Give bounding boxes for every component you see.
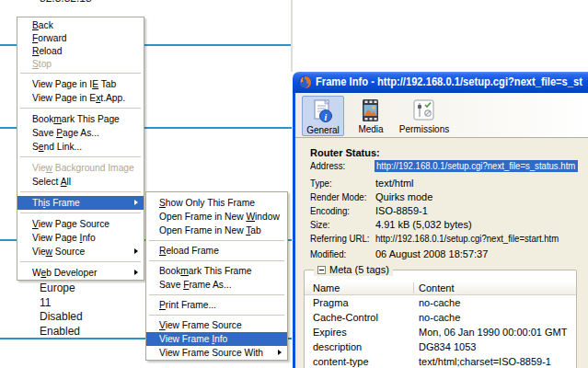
menu-item-view-page-in-ie-tab[interactable]: View Page in IE Tab [17,77,144,91]
menu-item-view-frame-source-with[interactable]: View Frame Source With [146,346,287,360]
menu-item-back[interactable]: Back [17,18,144,31]
field-value: 06 August 2008 18:57:37 [375,248,488,259]
firefox-icon [298,75,312,89]
address-url: http://192.168.0.1/setup.cgi?next_file=s… [376,160,575,171]
window-toolbar: i General [295,93,588,138]
toolbar-button-media[interactable]: Media [351,96,391,136]
menu-item-open-frame-in-new-window[interactable]: Open Frame in New Window [146,210,287,224]
page-ip-text: 82.3.82.18 [40,0,92,5]
meta-content: DG834 1053 [419,341,476,352]
meta-row-expires[interactable]: Expires Mon, 06 Jan 1990 00:00:01 GMT [305,325,576,339]
menu-item-save-page-as[interactable]: Save Page As... [17,126,144,140]
menu-separator [17,189,144,196]
meta-row-content-type[interactable]: content-type text/html;charset=ISO-8859-… [305,354,576,368]
field-label: Encoding: [310,205,350,216]
meta-groupbox: Meta (5 tags) Name Content Pragma no-cac… [304,270,577,368]
menu-separator [17,210,144,217]
column-divider [413,282,414,293]
menu-item-this-frame[interactable]: This Frame [17,196,144,210]
field-value: text/html [375,178,414,189]
context-menu: Back Forward Reload Stop View Page in IE… [17,17,144,281]
window-title: Frame Info - http://192.168.0.1/setup.cg… [316,72,582,93]
menu-item-reload[interactable]: Reload [17,44,144,57]
toolbar-button-permissions[interactable]: Permissions [395,96,454,136]
menu-item-view-page-source[interactable]: View Page Source [17,217,144,231]
meta-legend[interactable]: Meta (5 tags) [314,264,393,276]
frame-info-window: Frame Info - http://192.168.0.1/setup.cg… [293,72,588,368]
menu-item-select-all[interactable]: Select All [17,175,144,189]
meta-row-description[interactable]: description DG834 1053 [305,339,576,354]
meta-name: Pragma [313,297,349,308]
address-value-selected[interactable]: http://192.168.0.1/setup.cgi?next_file=s… [375,160,578,172]
page-frame-border [291,0,293,72]
menu-item-print-frame[interactable]: Print Frame... [146,298,287,312]
frame-info-content: Router Status: Address: http://192.168.0… [295,138,588,368]
window-titlebar[interactable]: Frame Info - http://192.168.0.1/setup.cg… [293,72,588,93]
menu-separator [146,258,287,264]
column-header-name[interactable]: Name [313,282,340,293]
menu-item-view-source[interactable]: View Source [17,245,144,259]
field-value: http://192.168.0.1/setup.cgi?next_file=s… [375,233,586,244]
field-label: Render Mode: [310,191,366,202]
field-label: Referring URL: [310,233,370,244]
meta-row-pragma[interactable]: Pragma no-cache [305,295,576,310]
permissions-icon [410,98,438,124]
meta-name: Expires [313,327,347,338]
meta-legend-text: Meta (5 tags) [329,264,389,275]
menu-item-view-frame-source[interactable]: View Frame Source [146,318,287,332]
menu-separator [17,154,144,161]
this-frame-submenu: Show Only This Frame Open Frame in New W… [145,191,288,361]
submenu-arrow-icon [134,270,138,275]
collapse-icon[interactable] [317,266,326,274]
meta-content: no-cache [419,297,460,308]
menu-item-forward[interactable]: Forward [17,31,144,44]
meta-table-header[interactable]: Name Content [305,282,576,295]
menu-item-bookmark-this-frame[interactable]: Bookmark This Frame [146,264,287,278]
menu-separator [17,70,144,77]
general-icon: i [309,98,337,125]
menu-item-view-page-in-ext-app[interactable]: View Page in Ext.App. [17,91,144,105]
meta-row-cache-control[interactable]: Cache-Control no-cache [305,310,576,325]
screen: 82.3.82.18 Europe 11 Disabled Enabled Ba… [0,0,588,368]
submenu-arrow-icon [134,248,138,254]
field-value: 4.91 kB (5,032 bytes) [375,219,472,230]
menu-item-send-link[interactable]: Send Link... [17,140,144,154]
menu-item-open-frame-in-new-tab[interactable]: Open Frame in New Tab [146,224,287,237]
menu-item-reload-frame[interactable]: Reload Frame [146,244,287,258]
menu-item-view-background-image: View Background Image [17,161,144,175]
menu-separator [146,312,287,318]
menu-item-save-frame-as[interactable]: Save Frame As... [146,278,287,292]
menu-item-show-only-this-frame[interactable]: Show Only This Frame [146,196,287,210]
page-value: 11 [40,296,51,309]
meta-content: Mon, 06 Jan 1990 00:00:01 GMT [419,327,567,338]
submenu-arrow-icon [278,350,282,355]
menu-separator [17,259,144,266]
svg-text:i: i [325,112,328,122]
field-label: Size: [310,219,330,230]
field-label: Address: [310,160,345,171]
field-value: Quirks mode [375,191,432,202]
menu-item-stop: Stop [17,57,144,70]
menu-separator [17,105,144,112]
menu-item-bookmark-this-page[interactable]: Bookmark This Page [17,112,144,126]
meta-name: Cache-Control [313,312,378,323]
menu-item-web-developer[interactable]: Web Developer [17,266,144,280]
menu-item-view-frame-info[interactable]: View Frame Info [146,332,287,346]
window-body: i General [293,93,588,368]
meta-table: Name Content Pragma no-cache Cache-Contr… [305,282,576,368]
field-label: Type: [310,178,332,189]
section-title: Router Status: [310,147,380,158]
toolbar-label: General [303,125,343,135]
meta-content: no-cache [419,312,460,323]
meta-name: content-type [313,356,369,367]
meta-name: description [313,341,362,352]
field-value: ISO-8859-1 [375,205,428,216]
column-header-content[interactable]: Content [419,282,455,293]
page-value: Europe [40,282,75,294]
referring-url: http://192.168.0.1/setup.cgi?next_file=s… [375,233,559,244]
menu-item-view-page-info[interactable]: View Page Info [17,231,144,245]
field-label: Modified: [310,248,346,259]
page-value: Disabled [40,310,83,323]
page-value: Enabled [40,325,80,338]
toolbar-button-general[interactable]: i General [302,96,344,136]
